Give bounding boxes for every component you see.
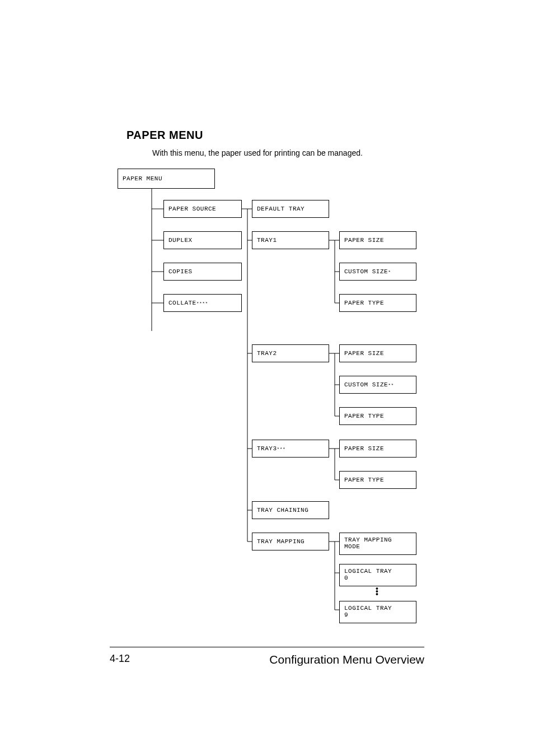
node-tray1-paper-type: PAPER TYPE: [339, 294, 416, 312]
tmm-line1: TRAY MAPPING: [344, 536, 392, 543]
node-root: PAPER MENU: [118, 169, 215, 189]
lt9-line1: LOGICAL TRAY: [344, 605, 392, 612]
node-tray3-paper-size: PAPER SIZE: [339, 440, 416, 458]
node-tray2-custom-size: CUSTOM SIZE**: [339, 376, 416, 394]
node-collate: COLLATE****: [163, 294, 242, 312]
node-collate-super: ****: [196, 301, 208, 306]
lt0-line1: LOGICAL TRAY: [344, 568, 392, 575]
footer-title: Configuration Menu Overview: [269, 653, 424, 666]
node-copies: COPIES: [163, 263, 242, 281]
node-tray2-paper-size: PAPER SIZE: [339, 344, 416, 362]
vertical-ellipsis-icon: •••: [376, 587, 378, 596]
node-paper-source: PAPER SOURCE: [163, 200, 242, 218]
node-logical-tray-9: LOGICAL TRAY 9: [339, 601, 416, 623]
node-tray2-paper-type: PAPER TYPE: [339, 407, 416, 425]
node-tray2: TRAY2: [252, 344, 329, 362]
lt9-line2: 9: [344, 612, 348, 618]
node-tray1-custom-size: CUSTOM SIZE*: [339, 263, 416, 281]
tmm-line2: MODE: [344, 543, 360, 550]
page-number: 4-12: [110, 653, 130, 665]
lt0-line2: 0: [344, 575, 348, 581]
node-tray2-custom-size-label: CUSTOM SIZE: [344, 381, 388, 388]
node-duplex: DUPLEX: [163, 231, 242, 249]
menu-tree-diagram: PAPER MENU PAPER SOURCE DUPLEX COPIES CO…: [127, 169, 422, 611]
footer-rule: [110, 647, 424, 647]
node-tray3: TRAY3***: [252, 440, 329, 458]
section-description: With this menu, the paper used for print…: [152, 148, 422, 157]
page-footer: 4-12 Configuration Menu Overview: [110, 647, 424, 666]
node-default-tray: DEFAULT TRAY: [252, 200, 329, 218]
node-tray1-custom-size-super: *: [388, 269, 391, 274]
node-tray-chaining: TRAY CHAINING: [252, 501, 329, 519]
node-tray2-custom-size-super: **: [388, 382, 394, 388]
node-logical-tray-0: LOGICAL TRAY 0: [339, 564, 416, 586]
node-tray1-custom-size-label: CUSTOM SIZE: [344, 268, 388, 275]
node-tray3-super: ***: [277, 446, 286, 451]
section-heading: PAPER MENU: [127, 129, 422, 142]
node-tray1: TRAY1: [252, 231, 329, 249]
node-tray1-paper-size: PAPER SIZE: [339, 231, 416, 249]
node-tray-mapping: TRAY MAPPING: [252, 533, 329, 550]
node-tray-mapping-mode: TRAY MAPPING MODE: [339, 533, 416, 555]
node-tray3-label: TRAY3: [257, 445, 277, 452]
node-tray3-paper-type: PAPER TYPE: [339, 471, 416, 489]
node-collate-label: COLLATE: [168, 300, 196, 306]
